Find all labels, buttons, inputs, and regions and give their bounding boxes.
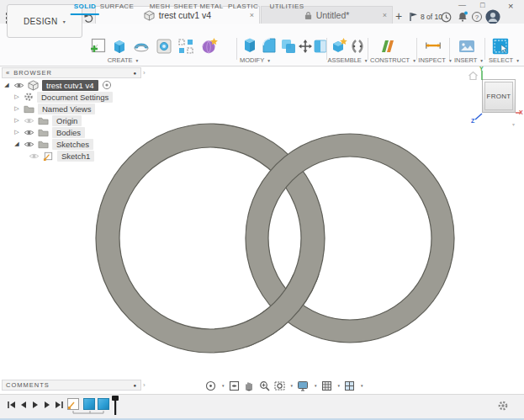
notifications-button[interactable]: [457, 11, 468, 23]
browser-item-label[interactable]: Sketches: [52, 139, 93, 150]
zoom-icon[interactable]: [259, 380, 270, 391]
timeline-feature-extrude[interactable]: [83, 398, 95, 410]
ribbon-tab-utilities[interactable]: UTILITIES: [267, 1, 308, 13]
group-modify[interactable]: MODIFY ▾: [240, 56, 270, 64]
panel-expand-arrow[interactable]: ›: [143, 69, 146, 77]
ribbon-tab-plastic[interactable]: PLASTIC: [225, 1, 262, 13]
folder-icon: [38, 116, 49, 125]
activate-component-radio[interactable]: [102, 80, 112, 90]
expand-icon[interactable]: ▷: [13, 117, 20, 124]
chevron-down-icon[interactable]: ▾: [222, 383, 225, 388]
comments-panel-header[interactable]: COMMENTS ●: [2, 380, 141, 391]
ribbon-tab-surface[interactable]: SURFACE: [97, 1, 138, 13]
chevron-down-icon[interactable]: ▾: [315, 383, 317, 388]
group-assemble[interactable]: ASSEMBLE ▾: [327, 56, 367, 64]
window-close-button[interactable]: ×: [508, 1, 513, 11]
group-construct[interactable]: CONSTRUCT ▾: [370, 56, 415, 64]
group-insert[interactable]: INSERT ▾: [454, 56, 483, 64]
extrude-button[interactable]: [110, 37, 129, 56]
fit-icon[interactable]: [274, 380, 285, 391]
browser-row-origin[interactable]: ▷ Origin: [3, 114, 113, 126]
create-sketch-button[interactable]: [89, 37, 108, 56]
sketch-node-icon: [43, 151, 54, 162]
timeline-settings-button[interactable]: [497, 400, 509, 412]
job-history-button[interactable]: [441, 12, 452, 23]
eye-off-icon[interactable]: [24, 117, 34, 125]
expand-icon[interactable]: ▷: [13, 105, 20, 112]
display-settings-icon[interactable]: [297, 380, 309, 391]
expand-icon[interactable]: ▷: [13, 129, 20, 136]
fillet-button[interactable]: [260, 37, 278, 56]
job-status-button[interactable]: 8 of 10: [409, 12, 442, 22]
measure-button[interactable]: [424, 37, 442, 56]
select-button[interactable]: [491, 37, 510, 56]
browser-item-label[interactable]: Named Views: [38, 104, 95, 114]
tab-close-icon[interactable]: ×: [383, 11, 387, 19]
grid-settings-icon[interactable]: [321, 380, 332, 391]
joint-button[interactable]: [348, 37, 367, 56]
combine-button[interactable]: [279, 37, 298, 56]
collapse-icon[interactable]: «: [6, 69, 10, 77]
orbit-icon[interactable]: [205, 380, 216, 391]
chevron-down-icon: ▾: [516, 58, 519, 63]
browser-item-label[interactable]: Sketch1: [57, 151, 94, 162]
insert-canvas-button[interactable]: [458, 37, 476, 56]
browser-row-bodies[interactable]: ▷ Bodies: [3, 126, 113, 138]
expand-icon[interactable]: ◢: [3, 82, 10, 88]
browser-root-label[interactable]: trest cutv1 v4: [42, 80, 98, 91]
chevron-down-icon[interactable]: ▾: [291, 383, 294, 388]
group-create[interactable]: CREATE ▾: [108, 56, 139, 64]
eye-icon[interactable]: [24, 141, 34, 148]
user-avatar[interactable]: [485, 9, 500, 24]
eye-icon[interactable]: [13, 82, 24, 89]
press-pull-button[interactable]: [241, 37, 259, 56]
create-form-button[interactable]: [200, 37, 219, 56]
viewports-icon[interactable]: [344, 380, 355, 391]
avatar-icon: [485, 9, 500, 24]
chevron-down-icon[interactable]: ▾: [338, 383, 341, 388]
new-component-button[interactable]: [331, 37, 349, 56]
ribbon-tab-solid[interactable]: SOLID: [71, 1, 99, 15]
look-at-icon[interactable]: [229, 380, 240, 391]
timeline-position-marker[interactable]: [111, 396, 119, 416]
group-select[interactable]: SELECT ▾: [489, 56, 519, 64]
ribbon-tab-sheet-metal[interactable]: SHEET METAL: [170, 1, 226, 13]
timeline-play-button[interactable]: [30, 400, 40, 409]
new-document-button[interactable]: +: [395, 9, 402, 23]
group-inspect[interactable]: INSPECT ▾: [418, 56, 451, 64]
timeline-step-back-button[interactable]: [19, 400, 28, 409]
expand-icon[interactable]: ▷: [13, 93, 20, 100]
window-maximize-button[interactable]: □: [480, 1, 484, 9]
panel-options-icon[interactable]: ●: [133, 71, 137, 76]
viewcube-menu-arrow[interactable]: ▾: [512, 121, 515, 127]
timeline-go-to-start-button[interactable]: [7, 400, 16, 409]
browser-item-label[interactable]: Origin: [52, 115, 82, 126]
chevron-down-icon[interactable]: ▾: [361, 383, 363, 388]
browser-row-sketch1[interactable]: Sketch1: [3, 150, 113, 162]
timeline-go-to-end-button[interactable]: [54, 400, 63, 409]
timeline-feature-extrude[interactable]: [98, 398, 109, 410]
browser-row-sketches[interactable]: ◢ Sketches: [3, 138, 113, 150]
construct-plane-button[interactable]: [378, 37, 397, 56]
browser-row-document-settings[interactable]: ▷ Document Settings: [3, 91, 113, 103]
browser-item-label[interactable]: Bodies: [52, 127, 85, 138]
timeline-feature-sketch[interactable]: [67, 398, 79, 410]
group-construct-label: CONSTRUCT: [370, 56, 410, 64]
hole-button[interactable]: [155, 37, 173, 56]
browser-row-named-views[interactable]: ▷ Named Views: [3, 103, 113, 114]
revolve-button[interactable]: [132, 37, 151, 56]
browser-row-root[interactable]: ◢ trest cutv1 v4: [3, 79, 113, 91]
panel-options-icon[interactable]: ●: [133, 383, 137, 388]
browser-item-label[interactable]: Document Settings: [37, 92, 113, 103]
eye-icon[interactable]: [24, 129, 34, 136]
window-minimize-button[interactable]: —: [458, 1, 466, 9]
pattern-button[interactable]: [177, 37, 195, 56]
help-button[interactable]: ?: [472, 12, 482, 22]
expand-icon[interactable]: ◢: [13, 141, 20, 147]
timeline-step-forward-button[interactable]: [42, 400, 51, 409]
pan-icon[interactable]: [244, 380, 255, 391]
browser-panel-header[interactable]: « BROWSER ●: [2, 67, 141, 78]
panel-expand-arrow[interactable]: ›: [143, 381, 146, 389]
group-modify-label: MODIFY: [240, 56, 264, 64]
eye-off-icon[interactable]: [29, 152, 40, 160]
